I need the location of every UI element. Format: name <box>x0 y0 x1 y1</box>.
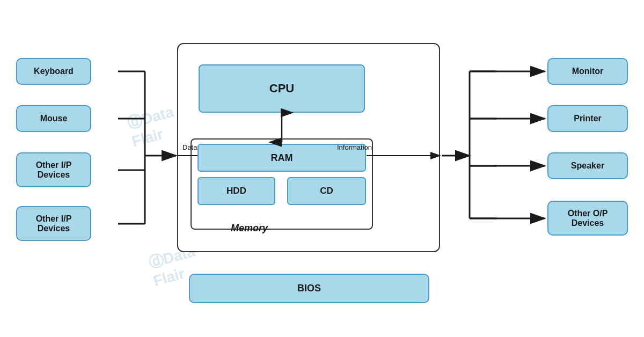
data-label: Data <box>182 143 197 151</box>
bios-box: BIOS <box>189 274 429 303</box>
cpu-label: CPU <box>269 82 294 96</box>
speaker-box: Speaker <box>547 152 628 179</box>
other-op-label: Other O/PDevices <box>568 209 608 228</box>
other-ip-2-box: Other I/PDevices <box>16 206 91 241</box>
mouse-box: Mouse <box>16 105 91 132</box>
memory-label: Memory <box>231 223 268 234</box>
monitor-label: Monitor <box>572 67 604 76</box>
printer-box: Printer <box>547 105 628 132</box>
mouse-label: Mouse <box>40 114 68 123</box>
other-ip-1-label: Other I/PDevices <box>36 160 72 180</box>
watermark: ⓓDataFlair <box>125 102 180 151</box>
hdd-label: HDD <box>226 186 246 196</box>
monitor-box: Monitor <box>547 58 628 85</box>
bios-label: BIOS <box>297 283 321 294</box>
other-ip-1-box: Other I/PDevices <box>16 152 91 187</box>
other-ip-2-label: Other I/PDevices <box>36 214 72 233</box>
keyboard-box: Keyboard <box>16 58 91 85</box>
ram-label: RAM <box>271 152 293 164</box>
printer-label: Printer <box>574 114 602 123</box>
cd-box: CD <box>287 177 366 205</box>
cd-label: CD <box>320 186 333 196</box>
diagram-container: ⓓDataFlair ⓓDataFlair ⓓDataFlair Keyboar… <box>0 0 644 337</box>
speaker-label: Speaker <box>571 161 604 171</box>
cpu-box: CPU <box>199 64 365 113</box>
other-op-box: Other O/PDevices <box>547 201 628 236</box>
information-label: Information <box>337 143 372 151</box>
keyboard-label: Keyboard <box>34 67 74 76</box>
hdd-box: HDD <box>197 177 275 205</box>
